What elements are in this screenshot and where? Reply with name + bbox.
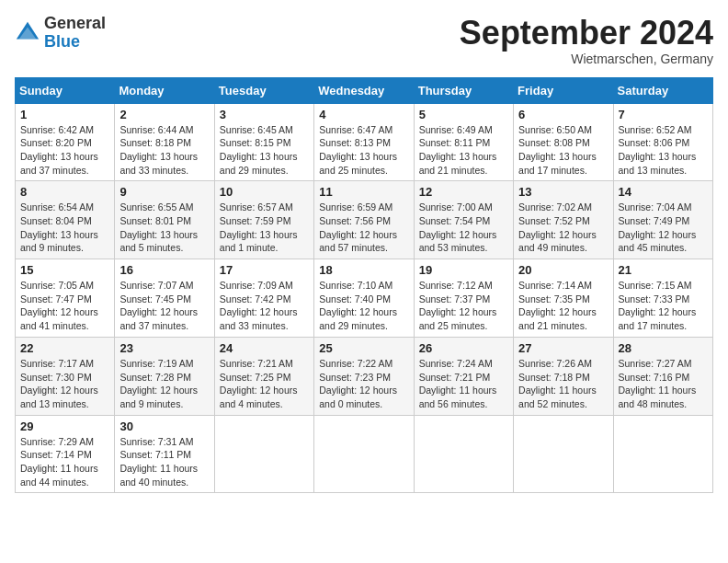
day-number: 2: [119, 108, 209, 121]
day-number: 12: [419, 185, 508, 199]
day-number: 15: [20, 263, 109, 277]
calendar-week-row: 8Sunrise: 6:54 AM Sunset: 8:04 PM Daylig…: [16, 181, 713, 259]
calendar-day-cell: [613, 415, 712, 493]
day-number: 4: [319, 108, 408, 121]
day-number: 16: [119, 263, 209, 277]
day-number: 11: [319, 185, 408, 199]
day-detail: Sunrise: 7:09 AM Sunset: 7:42 PM Dayligh…: [220, 279, 309, 333]
day-number: 9: [119, 185, 209, 199]
day-number: 20: [518, 263, 608, 277]
calendar-day-cell: 20Sunrise: 7:14 AM Sunset: 7:35 PM Dayli…: [514, 259, 613, 338]
day-detail: Sunrise: 6:42 AM Sunset: 8:20 PM Dayligh…: [20, 123, 109, 178]
day-number: 25: [319, 341, 408, 355]
day-detail: Sunrise: 6:45 AM Sunset: 8:15 PM Dayligh…: [220, 123, 309, 178]
day-detail: Sunrise: 7:14 AM Sunset: 7:35 PM Dayligh…: [518, 279, 608, 333]
day-detail: Sunrise: 7:15 AM Sunset: 7:33 PM Dayligh…: [619, 279, 708, 333]
day-detail: Sunrise: 7:31 AM Sunset: 7:11 PM Dayligh…: [119, 435, 209, 489]
day-detail: Sunrise: 7:27 AM Sunset: 7:16 PM Dayligh…: [619, 357, 708, 411]
calendar-day-cell: 29Sunrise: 7:29 AM Sunset: 7:14 PM Dayli…: [16, 415, 115, 493]
day-number: 13: [518, 185, 608, 199]
day-number: 1: [20, 108, 109, 121]
calendar-day-cell: 21Sunrise: 7:15 AM Sunset: 7:33 PM Dayli…: [613, 259, 712, 338]
day-number: 24: [220, 341, 309, 355]
calendar-day-cell: 15Sunrise: 7:05 AM Sunset: 7:47 PM Dayli…: [16, 259, 115, 338]
calendar-day-cell: 14Sunrise: 7:04 AM Sunset: 7:49 PM Dayli…: [613, 181, 712, 259]
day-detail: Sunrise: 7:17 AM Sunset: 7:30 PM Dayligh…: [20, 357, 109, 411]
day-number: 3: [220, 108, 309, 121]
day-detail: Sunrise: 6:50 AM Sunset: 8:08 PM Dayligh…: [518, 123, 608, 178]
day-number: 19: [419, 263, 508, 277]
day-number: 22: [20, 341, 109, 355]
day-detail: Sunrise: 6:54 AM Sunset: 8:04 PM Dayligh…: [20, 201, 109, 255]
calendar-day-cell: 5Sunrise: 6:49 AM Sunset: 8:11 PM Daylig…: [414, 103, 513, 181]
calendar-week-row: 29Sunrise: 7:29 AM Sunset: 7:14 PM Dayli…: [16, 415, 713, 493]
day-detail: Sunrise: 7:24 AM Sunset: 7:21 PM Dayligh…: [419, 357, 508, 411]
day-detail: Sunrise: 7:02 AM Sunset: 7:52 PM Dayligh…: [518, 201, 608, 255]
day-of-week-header: Tuesday: [214, 77, 313, 103]
calendar-day-cell: 6Sunrise: 6:50 AM Sunset: 8:08 PM Daylig…: [514, 103, 613, 181]
day-number: 5: [419, 108, 508, 121]
day-detail: Sunrise: 7:26 AM Sunset: 7:18 PM Dayligh…: [518, 357, 608, 411]
calendar-day-cell: 30Sunrise: 7:31 AM Sunset: 7:11 PM Dayli…: [115, 415, 214, 493]
calendar-day-cell: [314, 415, 414, 493]
calendar-day-cell: 10Sunrise: 6:57 AM Sunset: 7:59 PM Dayli…: [214, 181, 313, 259]
day-detail: Sunrise: 7:07 AM Sunset: 7:45 PM Dayligh…: [119, 279, 209, 333]
calendar-header-row: SundayMondayTuesdayWednesdayThursdayFrid…: [16, 77, 713, 103]
day-of-week-header: Sunday: [16, 77, 115, 103]
calendar-day-cell: 11Sunrise: 6:59 AM Sunset: 7:56 PM Dayli…: [314, 181, 414, 259]
calendar-day-cell: 2Sunrise: 6:44 AM Sunset: 8:18 PM Daylig…: [115, 103, 214, 181]
calendar-day-cell: 18Sunrise: 7:10 AM Sunset: 7:40 PM Dayli…: [314, 259, 414, 338]
calendar-day-cell: 27Sunrise: 7:26 AM Sunset: 7:18 PM Dayli…: [514, 337, 613, 415]
calendar-day-cell: 1Sunrise: 6:42 AM Sunset: 8:20 PM Daylig…: [16, 103, 115, 181]
calendar-day-cell: 26Sunrise: 7:24 AM Sunset: 7:21 PM Dayli…: [414, 337, 513, 415]
day-number: 7: [619, 108, 708, 121]
day-detail: Sunrise: 6:55 AM Sunset: 8:01 PM Dayligh…: [119, 201, 209, 255]
day-detail: Sunrise: 7:19 AM Sunset: 7:28 PM Dayligh…: [119, 357, 209, 411]
day-number: 30: [119, 419, 209, 433]
day-number: 17: [220, 263, 309, 277]
day-number: 27: [518, 341, 608, 355]
calendar-day-cell: 24Sunrise: 7:21 AM Sunset: 7:25 PM Dayli…: [214, 337, 313, 415]
calendar-day-cell: 25Sunrise: 7:22 AM Sunset: 7:23 PM Dayli…: [314, 337, 414, 415]
calendar-week-row: 22Sunrise: 7:17 AM Sunset: 7:30 PM Dayli…: [16, 337, 713, 415]
day-detail: Sunrise: 7:10 AM Sunset: 7:40 PM Dayligh…: [319, 279, 408, 333]
location-subtitle: Wietmarschen, Germany: [460, 52, 713, 66]
day-of-week-header: Wednesday: [314, 77, 414, 103]
calendar-day-cell: [214, 415, 313, 493]
calendar-day-cell: 22Sunrise: 7:17 AM Sunset: 7:30 PM Dayli…: [16, 337, 115, 415]
day-detail: Sunrise: 6:59 AM Sunset: 7:56 PM Dayligh…: [319, 201, 408, 255]
day-detail: Sunrise: 6:47 AM Sunset: 8:13 PM Dayligh…: [319, 123, 408, 178]
calendar-day-cell: 28Sunrise: 7:27 AM Sunset: 7:16 PM Dayli…: [613, 337, 712, 415]
calendar-week-row: 15Sunrise: 7:05 AM Sunset: 7:47 PM Dayli…: [16, 259, 713, 338]
day-of-week-header: Friday: [514, 77, 613, 103]
logo-icon: [15, 20, 40, 46]
day-of-week-header: Thursday: [414, 77, 513, 103]
calendar-day-cell: 13Sunrise: 7:02 AM Sunset: 7:52 PM Dayli…: [514, 181, 613, 259]
day-detail: Sunrise: 7:05 AM Sunset: 7:47 PM Dayligh…: [20, 279, 109, 333]
calendar-day-cell: 9Sunrise: 6:55 AM Sunset: 8:01 PM Daylig…: [115, 181, 214, 259]
month-title: September 2024: [460, 15, 713, 52]
page-header: General Blue September 2024 Wietmarschen…: [15, 15, 713, 66]
day-of-week-header: Saturday: [613, 77, 712, 103]
calendar-day-cell: 4Sunrise: 6:47 AM Sunset: 8:13 PM Daylig…: [314, 103, 414, 181]
logo-text: General Blue: [44, 15, 106, 52]
day-detail: Sunrise: 7:04 AM Sunset: 7:49 PM Dayligh…: [619, 201, 708, 255]
logo: General Blue: [15, 15, 106, 52]
day-number: 21: [619, 263, 708, 277]
day-detail: Sunrise: 7:12 AM Sunset: 7:37 PM Dayligh…: [419, 279, 508, 333]
calendar-table: SundayMondayTuesdayWednesdayThursdayFrid…: [15, 77, 713, 494]
day-detail: Sunrise: 6:57 AM Sunset: 7:59 PM Dayligh…: [220, 201, 309, 255]
calendar-day-cell: 17Sunrise: 7:09 AM Sunset: 7:42 PM Dayli…: [214, 259, 313, 338]
calendar-day-cell: 3Sunrise: 6:45 AM Sunset: 8:15 PM Daylig…: [214, 103, 313, 181]
day-detail: Sunrise: 7:29 AM Sunset: 7:14 PM Dayligh…: [20, 435, 109, 489]
calendar-day-cell: [414, 415, 513, 493]
title-block: September 2024 Wietmarschen, Germany: [460, 15, 713, 66]
day-detail: Sunrise: 7:22 AM Sunset: 7:23 PM Dayligh…: [319, 357, 408, 411]
day-number: 18: [319, 263, 408, 277]
day-number: 10: [220, 185, 309, 199]
day-of-week-header: Monday: [115, 77, 214, 103]
day-number: 14: [619, 185, 708, 199]
day-number: 8: [20, 185, 109, 199]
day-detail: Sunrise: 7:21 AM Sunset: 7:25 PM Dayligh…: [220, 357, 309, 411]
day-detail: Sunrise: 6:44 AM Sunset: 8:18 PM Dayligh…: [119, 123, 209, 178]
